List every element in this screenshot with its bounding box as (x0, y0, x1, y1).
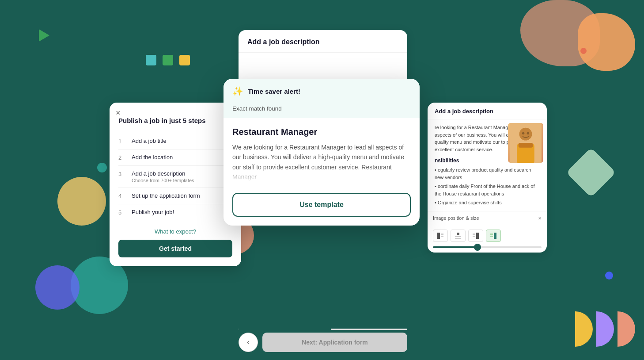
modal-alert-bar: ✨ Time saver alert! (224, 79, 420, 102)
svg-point-1 (519, 128, 532, 141)
modal-job-title: Restaurant Manager (232, 127, 411, 137)
bg-gold-circle (57, 177, 106, 226)
bg-decoration-orange (520, 0, 600, 66)
scroll-fill (239, 329, 331, 330)
wizard-step-5: 5 Publish your job! (118, 204, 232, 220)
right-panel-bullet-1: • egularly review product quality and es… (435, 166, 540, 181)
svg-rect-16 (490, 234, 493, 235)
right-panel-bullet-2: • oordinate daily Front of the House and… (435, 183, 540, 197)
svg-rect-12 (476, 233, 479, 239)
bg-decoration-lime (566, 147, 616, 197)
img-pos-btn-1[interactable] (433, 230, 448, 242)
svg-rect-13 (473, 234, 475, 235)
bg-purple-circle (35, 265, 80, 310)
image-position-icons-row (428, 228, 547, 244)
teal-square (146, 55, 156, 65)
alert-sparkle-icon: ✨ (232, 86, 243, 96)
step-label-4: Set up the application form (132, 192, 232, 199)
time-saver-modal: ✨ Time saver alert! Exact match found Re… (224, 79, 420, 226)
svg-rect-14 (473, 236, 475, 237)
image-position-bar: Image position & size × (428, 211, 547, 225)
bg-decoration-yellow (578, 13, 635, 71)
step-num-1: 1 (118, 138, 125, 145)
svg-point-5 (527, 132, 529, 134)
img-pos-btn-2[interactable] (451, 230, 466, 242)
size-slider-track (433, 246, 542, 248)
wizard-step-1: 1 Add a job title (118, 133, 232, 149)
step-num-2: 2 (118, 154, 125, 161)
step-label-3: Add a job description (132, 170, 232, 177)
svg-rect-11 (455, 238, 461, 239)
alert-title: Time saver alert! (248, 88, 300, 95)
right-panel-bullets-container: • egularly review product quality and es… (435, 166, 540, 207)
svg-rect-17 (490, 236, 493, 237)
step-label-1: Add a job title (132, 138, 232, 144)
editor-panel-header: Add a job description (239, 30, 407, 53)
right-panel-body: re looking for a Restaurant Manager to a… (428, 119, 547, 211)
salmon-half-circle (617, 311, 635, 347)
img-pos-btn-4[interactable] (486, 230, 501, 242)
bg-blue-circle (605, 272, 613, 280)
color-squares-row (146, 55, 190, 65)
what-to-expect-link[interactable]: What to expect? (155, 228, 196, 235)
modal-body: Restaurant Manager We are looking for a … (224, 118, 420, 193)
wizard-close-button[interactable]: × (116, 109, 121, 117)
svg-rect-7 (441, 234, 443, 235)
right-panel-bullet-3: • Organize and supervise shifts (435, 199, 540, 207)
restaurant-manager-image (508, 123, 543, 163)
wizard-footer: What to expect? Get started (118, 227, 232, 257)
green-square (163, 55, 173, 65)
svg-rect-9 (457, 233, 459, 235)
get-started-button[interactable]: Get started (118, 240, 232, 257)
svg-rect-6 (437, 233, 440, 239)
svg-rect-10 (455, 236, 461, 237)
use-template-button[interactable]: Use template (232, 193, 411, 217)
size-slider-row (428, 244, 547, 253)
scroll-indicator (239, 329, 407, 330)
nav-back-button[interactable]: ‹ (239, 333, 258, 352)
bottom-nav: ‹ Next: Application form (239, 333, 407, 352)
editor-panel-title: Add a job description (247, 38, 398, 46)
nav-next-button[interactable]: Next: Application form (262, 333, 407, 352)
play-icon (34, 26, 53, 45)
wizard-step-2: 2 Add the location (118, 149, 232, 165)
step-label-5: Publish your job! (132, 209, 232, 215)
image-position-close[interactable]: × (538, 215, 542, 222)
svg-rect-3 (519, 143, 533, 148)
svg-point-4 (522, 132, 524, 134)
alert-subtitle: Exact match found (224, 102, 420, 118)
modal-job-description: We are looking for a Restaurant Manager … (232, 142, 411, 182)
right-decorations (575, 311, 635, 347)
bg-teal-circle (97, 163, 107, 172)
size-slider-fill (433, 246, 476, 248)
step-label-2: Add the location (132, 154, 232, 161)
yellow-square (179, 55, 190, 65)
wizard-step-3[interactable]: 3 Add a job description Choose from 700+… (118, 165, 232, 188)
wizard-step-4: 4 Set up the application form (118, 188, 232, 204)
size-slider-thumb[interactable] (474, 244, 481, 251)
svg-rect-15 (494, 233, 496, 239)
right-content-panel: Add a job description re looking for a R… (428, 103, 547, 253)
step-sublabel-3: Choose from 700+ templates (132, 178, 232, 183)
step-num-5: 5 (118, 209, 125, 216)
step-num-3: 3 (118, 171, 125, 177)
bg-orange-dot (580, 48, 587, 54)
wizard-panel: × Publish a job in just 5 steps 1 Add a … (110, 103, 241, 266)
wizard-steps-list: 1 Add a job title 2 Add the location 3 A… (118, 133, 232, 220)
gold-half-circle (575, 311, 593, 347)
svg-rect-8 (441, 236, 443, 237)
wizard-title: Publish a job in just 5 steps (118, 117, 232, 124)
image-position-label: Image position & size (433, 215, 479, 221)
right-panel-header: Add a job description (428, 103, 547, 119)
step-num-4: 4 (118, 193, 125, 199)
img-pos-btn-3[interactable] (468, 230, 483, 242)
purple-half-circle (596, 311, 614, 347)
